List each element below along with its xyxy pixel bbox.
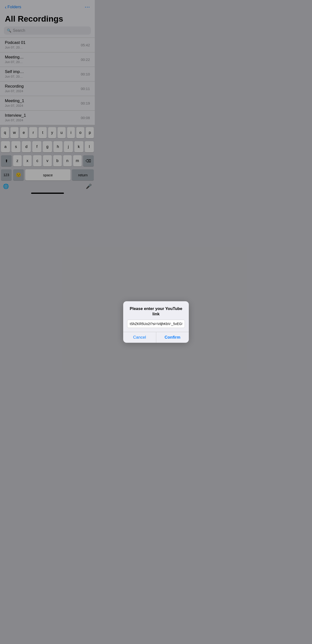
overlay-backdrop: Please enter your YouTube link Cancel Co… (0, 0, 95, 205)
